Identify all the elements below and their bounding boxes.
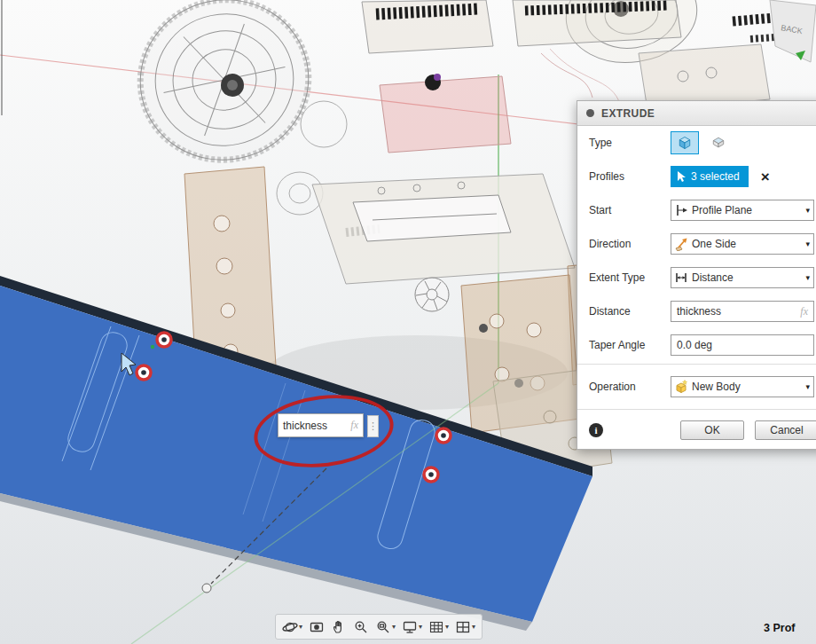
start-label: Start xyxy=(589,204,671,216)
display-settings-icon xyxy=(402,619,418,635)
viewports-icon xyxy=(455,619,471,635)
one-side-icon xyxy=(674,237,692,251)
dialog-grip-icon xyxy=(586,109,594,117)
operation-dropdown[interactable]: New Body ▾ xyxy=(671,376,814,397)
extrude-solid-type-button[interactable] xyxy=(671,131,699,154)
fit-button[interactable]: ▾ xyxy=(373,617,398,637)
floating-input-drag-handle[interactable]: ⋮ xyxy=(367,415,379,437)
dialog-footer: i OK Cancel xyxy=(577,412,816,449)
distance-label: Distance xyxy=(589,305,671,318)
display-settings-button[interactable]: ▾ xyxy=(399,617,425,637)
chevron-down-icon: ▾ xyxy=(299,624,302,631)
operation-value: New Body xyxy=(692,381,804,393)
extrude-thin-icon xyxy=(710,134,726,152)
cancel-button[interactable]: Cancel xyxy=(755,420,816,440)
grid-icon xyxy=(428,619,444,635)
distance-value[interactable]: thickness xyxy=(677,305,800,318)
floating-input-value[interactable]: thickness xyxy=(283,420,350,432)
dialog-title: EXTRUDE xyxy=(601,107,655,120)
extent-type-row: Extent Type Distance ▾ xyxy=(577,261,816,295)
look-at-icon xyxy=(309,619,325,635)
direction-row: Direction One Side ▾ xyxy=(577,227,816,261)
view-cube[interactable]: BACK xyxy=(770,0,816,62)
taper-angle-row: Taper Angle 0.0 deg xyxy=(577,328,816,362)
distance-input[interactable]: thickness fx xyxy=(671,301,814,322)
extent-type-label: Extent Type xyxy=(589,271,671,284)
info-icon[interactable]: i xyxy=(589,423,603,437)
fit-icon xyxy=(375,619,391,635)
grid-settings-button[interactable]: ▾ xyxy=(426,617,451,637)
fx-icon: fx xyxy=(800,305,808,318)
operation-label: Operation xyxy=(589,381,671,393)
extent-type-value: Distance xyxy=(692,271,804,284)
fx-icon: fx xyxy=(350,419,358,432)
dialog-divider xyxy=(577,409,816,410)
chevron-down-icon: ▾ xyxy=(805,273,810,282)
dialog-divider xyxy=(577,364,816,365)
type-label: Type xyxy=(589,137,671,149)
pan-icon xyxy=(331,619,347,635)
type-row: Type xyxy=(577,126,816,160)
operation-row: Operation New Body ▾ xyxy=(577,366,816,407)
extent-type-dropdown[interactable]: Distance ▾ xyxy=(671,267,814,288)
extrude-solid-icon xyxy=(677,134,693,152)
direction-value: One Side xyxy=(692,238,804,250)
taper-angle-input[interactable]: 0.0 deg xyxy=(671,334,814,356)
extrude-dialog: EXTRUDE Type Profiles xyxy=(577,100,816,450)
chevron-down-icon: ▾ xyxy=(805,382,810,391)
cursor-arrow-icon xyxy=(676,170,687,183)
start-row: Start Profile Plane ▾ xyxy=(577,193,816,227)
start-value: Profile Plane xyxy=(692,204,804,216)
extrude-thin-type-button[interactable] xyxy=(704,131,733,154)
ok-button[interactable]: OK xyxy=(680,420,744,440)
chevron-down-icon: ▾ xyxy=(805,206,810,215)
chevron-down-icon: ▾ xyxy=(419,624,422,631)
viewports-button[interactable]: ▾ xyxy=(452,617,478,637)
direction-dropdown[interactable]: One Side ▾ xyxy=(671,233,814,255)
profiles-row: Profiles 3 selected × xyxy=(577,160,816,193)
chevron-down-icon: ▾ xyxy=(472,624,475,631)
orbit-icon xyxy=(282,619,298,635)
clear-selection-icon[interactable]: × xyxy=(761,169,770,185)
distance-floating-input[interactable]: thickness fx xyxy=(278,413,364,437)
taper-angle-value[interactable]: 0.0 deg xyxy=(677,339,808,351)
profiles-selected-button[interactable]: 3 selected xyxy=(671,166,749,187)
chevron-down-icon: ▾ xyxy=(392,624,396,631)
zoom-button[interactable] xyxy=(350,617,372,637)
distance-extent-icon xyxy=(674,271,692,285)
look-at-button[interactable] xyxy=(306,617,327,637)
chevron-down-icon: ▾ xyxy=(805,240,810,248)
taper-angle-label: Taper Angle xyxy=(589,339,671,351)
pan-button[interactable] xyxy=(328,617,349,637)
dialog-header[interactable]: EXTRUDE xyxy=(577,101,816,126)
profiles-label: Profiles xyxy=(589,170,671,183)
zoom-icon xyxy=(353,619,369,635)
distance-row: Distance thickness fx xyxy=(577,295,816,328)
direction-label: Direction xyxy=(589,238,671,250)
navigation-toolbar: ▾ ▾ ▾ ▾ ▾ xyxy=(275,614,483,640)
selection-status: 3 Prof xyxy=(764,622,795,634)
profile-plane-icon xyxy=(674,203,692,217)
new-body-icon xyxy=(674,380,692,394)
start-dropdown[interactable]: Profile Plane ▾ xyxy=(671,200,814,221)
orbit-button[interactable]: ▾ xyxy=(279,617,305,637)
profiles-count: 3 selected xyxy=(691,170,740,183)
chevron-down-icon: ▾ xyxy=(445,624,449,631)
